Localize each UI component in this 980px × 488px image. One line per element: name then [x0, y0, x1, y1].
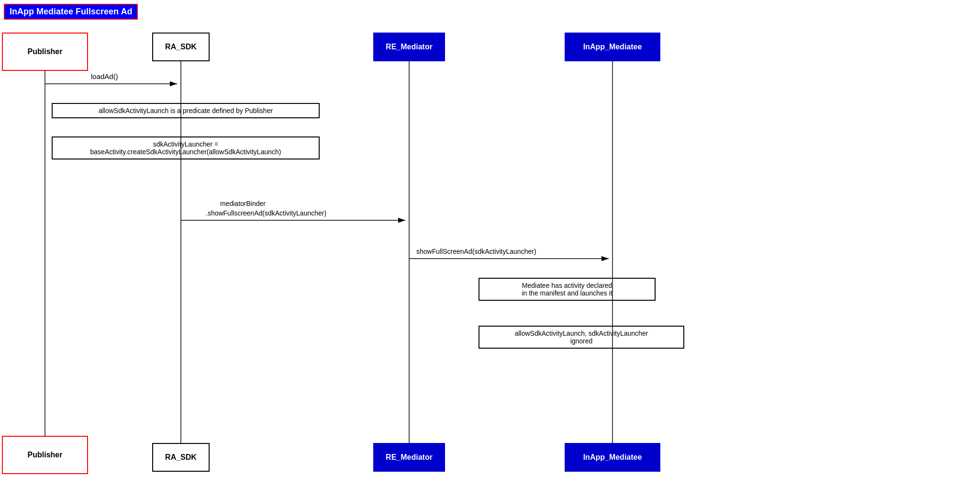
actor-publisher-bottom: Publisher — [2, 436, 88, 474]
note-mediatee-activity: Mediatee has activity declared in the ma… — [479, 278, 656, 301]
svg-text:showFullScreenAd(sdkActivityLa: showFullScreenAd(sdkActivityLauncher) — [416, 248, 536, 255]
diagram-title: InApp Mediatee Fullscreen Ad — [4, 4, 138, 20]
note-allow-predicate: allowSdkActivityLaunch is a predicate de… — [52, 103, 320, 118]
actor-remediator-top: RE_Mediator — [373, 33, 445, 61]
diagram-svg: loadAd() mediatorBinder .showFullscreenA… — [0, 0, 980, 488]
actor-rasdk-bottom: RA_SDK — [152, 443, 210, 472]
actor-inapp-bottom: InApp_Mediatee — [565, 443, 660, 472]
svg-text:mediatorBinder: mediatorBinder — [220, 200, 266, 207]
actor-publisher-top: Publisher — [2, 33, 88, 71]
actor-rasdk-top: RA_SDK — [152, 33, 210, 61]
actor-remediator-bottom: RE_Mediator — [373, 443, 445, 472]
svg-text:.showFullscreenAd(sdkActivityL: .showFullscreenAd(sdkActivityLauncher) — [206, 209, 326, 217]
note-sdk-launcher: sdkActivityLauncher = baseActivity.creat… — [52, 136, 320, 159]
diagram-container: InApp Mediatee Fullscreen Ad Publisher R… — [0, 0, 980, 488]
svg-text:loadAd(): loadAd() — [91, 72, 118, 80]
note-ignored: allowSdkActivityLaunch, sdkActivityLaunc… — [479, 326, 684, 349]
actor-inapp-top: InApp_Mediatee — [565, 33, 660, 61]
